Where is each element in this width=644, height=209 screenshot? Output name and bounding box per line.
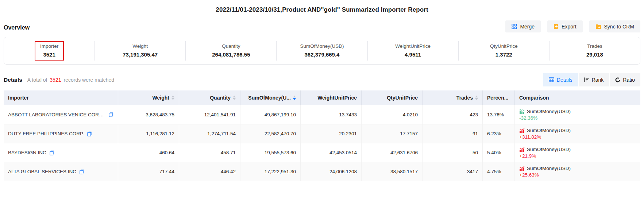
comparison-block: SumOfMoney(USD)+25.63%: [519, 166, 571, 178]
stat-weight: Weight73,191,305.47: [95, 41, 185, 61]
column-header-weightunitprice: WeightUnitPrice: [300, 90, 361, 105]
comparison-metric: SumOfMoney(USD): [527, 147, 571, 152]
tab-label: Details: [557, 77, 572, 83]
merge-button[interactable]: Merge: [505, 20, 541, 32]
column-header-trades[interactable]: Trades: [422, 90, 482, 105]
stat-value: 264,081,786.55: [212, 51, 250, 58]
tab-label: Ratio: [623, 77, 635, 83]
tab-ratio[interactable]: Ratio: [610, 73, 640, 86]
export-icon: [554, 24, 559, 29]
percent-cell: 6.23%: [482, 124, 514, 143]
importer-cell: ALTA GLOBAL SERVICES INC: [4, 162, 118, 181]
comparison-block: SumOfMoney(USD)+21.9%: [519, 147, 571, 159]
comparison-block: SumOfMoney(USD)-32.36%: [519, 109, 571, 121]
sort-asc-icon[interactable]: [233, 96, 236, 97]
weight-unit-price-cell: 20.2301: [300, 124, 361, 143]
copy-importer-button[interactable]: [50, 150, 54, 155]
stat-value: 1.3722: [490, 51, 518, 58]
stat-value: 29,018: [586, 51, 603, 58]
stat-label: Trades: [586, 43, 603, 49]
stat-value: 73,191,305.47: [123, 51, 158, 58]
copy-importer-button[interactable]: [109, 112, 113, 117]
trades-cell: 423: [422, 105, 482, 124]
sum-of-money-cell: 19,555,573.60: [240, 143, 300, 162]
overview-heading: Overview: [4, 24, 30, 32]
comparison-metric: SumOfMoney(USD): [527, 109, 571, 114]
details-bar: Details A total of3521records were match…: [4, 73, 640, 86]
importer-table: ImporterWeightQuantitySumOfMoney(U...Wei…: [4, 90, 640, 181]
comparison-metric: SumOfMoney(USD): [527, 128, 571, 133]
table-header-row: ImporterWeightQuantitySumOfMoney(U...Wei…: [4, 90, 640, 105]
column-label: Quantity: [210, 95, 231, 101]
stat-label: Importer: [40, 43, 58, 49]
percent-cell: 4.75%: [482, 162, 514, 181]
comparison-cell: SumOfMoney(USD)+311.82%: [514, 124, 640, 143]
column-label: Percen...: [487, 95, 508, 101]
comparison-change: +25.63%: [519, 172, 571, 178]
stat-highlight-box: Importer3521: [35, 41, 64, 61]
weight-unit-price-cell: 42,453.0514: [300, 143, 361, 162]
comparison-metric-line: SumOfMoney(USD): [519, 109, 571, 114]
sum-of-money-cell: 17,222,951.30: [240, 162, 300, 181]
comparison-metric-line: SumOfMoney(USD): [519, 166, 571, 171]
overview-stats-card: Importer3521Weight73,191,305.47Quantity2…: [4, 37, 640, 65]
trades-cell: 91: [422, 124, 482, 143]
sort-desc-icon[interactable]: [171, 98, 174, 100]
comparison-cell: SumOfMoney(USD)+21.9%: [514, 143, 640, 162]
weight-unit-price-cell: 24,006.1208: [300, 162, 361, 181]
qty-unit-price-cell: 17.7157: [361, 124, 422, 143]
stat-sumofmoney-usd: SumOfMoney(USD)362,379,669.4: [276, 41, 367, 61]
merge-icon: [512, 24, 517, 29]
comparison-change: -32.36%: [519, 115, 571, 121]
column-label: QtyUnitPrice: [387, 95, 418, 101]
button-label: Sync to CRM: [604, 24, 634, 30]
table-row: DUTY FREE PHILIPPINES CORP.1,116,281.121…: [4, 124, 640, 143]
sort-carets-icon[interactable]: [233, 96, 236, 100]
column-header-quantity[interactable]: Quantity: [179, 90, 240, 105]
copy-importer-button[interactable]: [80, 169, 84, 174]
sort-carets-icon[interactable]: [475, 96, 478, 100]
summary-suffix: records were matched: [63, 77, 114, 83]
stat-trades: Trades29,018: [549, 41, 640, 61]
sort-carets-icon[interactable]: [171, 96, 174, 100]
tab-label: Rank: [592, 77, 604, 83]
column-header-weight[interactable]: Weight: [118, 90, 179, 105]
copy-icon: [109, 113, 113, 118]
sort-asc-icon[interactable]: [171, 96, 174, 97]
sort-asc-icon[interactable]: [475, 96, 478, 97]
column-label: Weight: [153, 95, 169, 101]
sort-desc-icon[interactable]: [475, 98, 478, 100]
tab-details[interactable]: Details: [543, 73, 578, 86]
sync-to-crm-button[interactable]: Sync to CRM: [589, 20, 640, 32]
importer-name-link[interactable]: BAYDESIGN INC: [8, 150, 46, 155]
stat-qtyunitprice: QtyUnitPrice1.3722: [458, 41, 549, 61]
importer-name-link[interactable]: ABBOTT LABORATORIES VENICE CORPORAT...: [8, 112, 105, 117]
comparison-change: +311.82%: [519, 134, 571, 140]
trend-up-chart-icon: [519, 166, 525, 171]
column-label: Comparison: [519, 95, 549, 101]
sort-carets-icon[interactable]: [293, 96, 296, 100]
importer-name-link[interactable]: ALTA GLOBAL SERVICES INC: [8, 169, 76, 174]
tab-rank[interactable]: Rank: [579, 73, 609, 86]
qty-unit-price-cell: 4.0210: [361, 105, 422, 124]
stat-value: 3521: [40, 51, 58, 58]
column-header-sumofmoney-u[interactable]: SumOfMoney(U...: [240, 90, 300, 105]
stat-box: WeightUnitPrice4.9511: [390, 41, 436, 61]
sort-asc-icon[interactable]: [293, 96, 296, 97]
copy-importer-button[interactable]: [87, 131, 92, 136]
comparison-cell: SumOfMoney(USD)+25.63%: [514, 162, 640, 181]
qty-unit-price-cell: 38,580.1517: [361, 162, 422, 181]
comparison-cell: SumOfMoney(USD)-32.36%: [514, 105, 640, 124]
column-header-importer: Importer: [4, 90, 118, 105]
percent-cell: 5.40%: [482, 143, 514, 162]
column-header-percen: Percen...: [482, 90, 514, 105]
toolbar-actions: MergeExportSync to CRM: [499, 20, 640, 32]
stat-label: QtyUnitPrice: [490, 43, 518, 49]
sort-desc-icon[interactable]: [293, 98, 296, 100]
importer-name-link[interactable]: DUTY FREE PHILIPPINES CORP.: [8, 131, 84, 136]
export-button[interactable]: Export: [547, 20, 582, 32]
sort-desc-icon[interactable]: [233, 98, 236, 100]
trades-cell: 3417: [422, 162, 482, 181]
summary-prefix: A total of: [27, 77, 47, 83]
comparison-metric-line: SumOfMoney(USD): [519, 128, 571, 133]
